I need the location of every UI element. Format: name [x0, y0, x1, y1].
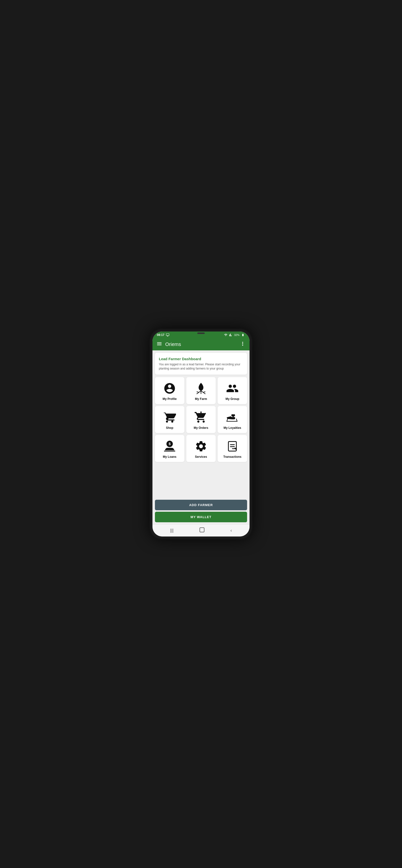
grid-item-shop[interactable]: Shop [155, 406, 184, 433]
farm-icon [194, 381, 208, 395]
add-farmer-button[interactable]: ADD FARMER [155, 500, 247, 510]
phone-screen: 08:17 32% Oriems [152, 332, 250, 536]
top-nav: Oriems [152, 338, 250, 350]
grid-item-my-group[interactable]: My Group [218, 377, 247, 404]
recent-apps-icon[interactable]: ||| [170, 528, 174, 533]
group-label: My Group [225, 397, 239, 401]
my-wallet-button[interactable]: MY WALLET [155, 512, 247, 522]
transactions-icon [225, 439, 239, 453]
shop-label: Shop [166, 426, 173, 430]
orders-icon [194, 410, 208, 424]
orders-label: My Orders [194, 426, 208, 430]
grid-item-my-orders[interactable]: My Orders [186, 406, 216, 433]
grid-item-my-loans[interactable]: $ My Loans [155, 435, 184, 462]
farm-label: My Farm [195, 397, 207, 401]
loans-icon: $ [163, 439, 177, 453]
dashboard-description: You are logged in as a lead farmer. Plea… [159, 363, 243, 371]
profile-label: My Profile [162, 397, 177, 401]
services-icon [194, 439, 208, 453]
dashboard-card: Lead Farmer Dashboard You are logged in … [155, 353, 247, 375]
main-content: Lead Farmer Dashboard You are logged in … [152, 350, 250, 498]
loans-label: My Loans [163, 455, 176, 459]
spacer [155, 464, 247, 495]
battery-display: 32% [234, 334, 240, 336]
home-icon[interactable] [199, 527, 205, 534]
bottom-buttons-container: ADD FARMER MY WALLET [152, 498, 250, 524]
dashboard-grid: My Profile My Farm [155, 377, 247, 462]
services-label: Services [195, 455, 207, 459]
shop-icon [163, 410, 177, 424]
back-icon[interactable]: ‹ [230, 528, 232, 533]
svg-rect-6 [200, 528, 204, 532]
phone-frame: 08:17 32% Oriems [150, 329, 252, 539]
more-options-icon[interactable] [240, 341, 246, 348]
group-icon [225, 381, 239, 395]
loyalties-label: My Loyalties [223, 426, 241, 430]
time-display: 08:17 [157, 333, 164, 337]
status-bar-left: 08:17 [157, 333, 169, 337]
dashboard-title: Lead Farmer Dashboard [159, 357, 243, 361]
app-title: Oriems [165, 342, 237, 347]
signal-icon [229, 333, 233, 337]
transactions-label: Transactions [223, 455, 242, 459]
battery-icon [241, 334, 245, 336]
grid-item-services[interactable]: Services [186, 435, 216, 462]
monitor-icon [166, 333, 169, 337]
svg-text:$: $ [168, 442, 171, 446]
hamburger-menu-icon[interactable] [156, 341, 162, 348]
grid-item-my-loyalties[interactable]: My Loyalties [218, 406, 247, 433]
status-bar-right: 32% [224, 333, 245, 337]
wifi-icon [224, 333, 228, 337]
grid-item-transactions[interactable]: Transactions [218, 435, 247, 462]
bottom-nav-bar: ||| ‹ [152, 524, 250, 536]
profile-icon [163, 381, 177, 395]
grid-item-my-farm[interactable]: My Farm [186, 377, 216, 404]
loyalties-icon [225, 410, 239, 424]
phone-notch [197, 333, 205, 334]
grid-item-my-profile[interactable]: My Profile [155, 377, 184, 404]
